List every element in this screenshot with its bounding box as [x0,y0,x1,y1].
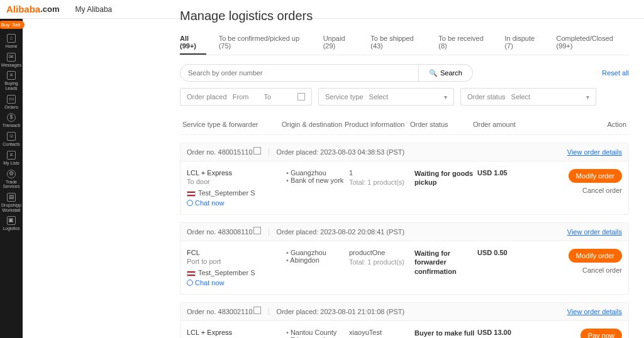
product-name: productOne [349,249,414,256]
chat-icon [187,280,193,286]
tab-confirmed[interactable]: To be confirmed/picked up (75) [219,31,311,55]
order-placed-date-filter[interactable]: Order placed From To [180,88,312,106]
order-amount: USD 13.00 [477,329,565,338]
calendar-icon [297,93,305,101]
flag-icon [187,191,196,197]
col-status: Order status [410,121,473,128]
search-input[interactable] [180,64,419,82]
order-header: Order no. 483002110 Order placed: 2023-0… [180,303,628,321]
chat-icon [187,200,193,206]
tab-received[interactable]: To be received (8) [438,31,492,55]
sidebar-item-messages[interactable]: ✉Messages [1,53,21,68]
copy-icon[interactable] [255,228,261,234]
chevron-down-icon: ▾ [444,94,447,101]
tab-shipped[interactable]: To be shipped (43) [370,31,426,55]
copy-icon[interactable] [255,148,261,155]
order-header: Order no. 480015110 Order placed: 2023-0… [180,143,628,161]
buy-sell-toggle[interactable]: Buy Sell [0,21,25,29]
order-status-filter[interactable]: Order status Select ▾ [460,88,596,106]
col-amount: Order amount [473,121,561,128]
alibaba-logo[interactable]: Alibaba.com [6,4,60,14]
primary-action-button[interactable]: Modify order [569,249,622,263]
transactions-icon: $ [7,113,16,122]
order-amount: USD 0.50 [477,249,565,286]
chat-now-link[interactable]: Chat now [187,279,286,286]
flag-icon [187,271,196,276]
order-card: Order no. 480015110 Order placed: 2023-0… [180,143,629,215]
message-icon: ✉ [7,53,16,62]
sell-label: Sell [11,22,21,28]
view-order-details-link[interactable]: View order details [567,308,622,315]
order-status: Waiting for forwarder confirmation [414,249,477,286]
view-order-details-link[interactable]: View order details [567,228,622,236]
product-total: Total: 1 product(s) [349,178,414,186]
column-headers: Service type & forwarder Origin & destin… [180,106,629,135]
orders-icon: ▭ [7,95,16,104]
tab-completed[interactable]: Completed/Closed (99+) [556,31,629,55]
order-card: Order no. 483008110 Order placed: 2023-0… [180,222,629,295]
search-icon: 🔍 [429,69,438,77]
left-sidebar: Buy Sell ⌂Home ✉Messages ≡Buying Leads ▭… [0,19,23,338]
main-content: Manage logistics orders All (99+) To be … [180,9,629,338]
order-status: Buyer to make full payment [414,329,477,338]
contacts-icon: ☺ [7,132,16,141]
secondary-action-link[interactable]: Cancel order [582,266,622,274]
sidebar-item-trade-services[interactable]: ⚙Trade Services [0,170,23,189]
col-service: Service type & forwarder [182,121,282,128]
home-icon: ⌂ [7,34,16,43]
seller-name[interactable]: Test_September S [187,269,286,276]
product-name: xiaoyuTest [349,329,414,336]
order-placed-label: Order placed: 2023-08-03 04:38:53 (PST) [277,148,405,156]
view-order-details-link[interactable]: View order details [567,148,622,156]
destination: Abingdon [286,256,349,264]
logistics-icon: ▣ [7,216,16,225]
sidebar-item-orders[interactable]: ▭Orders [4,95,18,110]
primary-action-button[interactable]: Pay now [580,329,622,338]
order-placed-label: Order placed: 2023-08-02 20:08:41 (PST) [277,228,405,236]
order-header: Order no. 483008110 Order placed: 2023-0… [180,223,628,241]
reset-all-link[interactable]: Reset all [602,69,629,77]
service-type: LCL + Express [187,169,286,177]
buy-label: Buy [1,22,9,28]
logo-suffix: .com [40,4,59,14]
origin: Nantou County [286,329,349,336]
chat-now-link[interactable]: Chat now [187,199,286,207]
primary-action-button[interactable]: Modify order [569,169,622,183]
origin: Guangzhou [286,169,349,177]
page-title: Manage logistics orders [180,9,629,23]
trade-icon: ⚙ [7,170,16,178]
copy-icon[interactable] [255,308,261,314]
service-type: LCL + Express [187,329,286,336]
secondary-action-link[interactable]: Cancel order [582,187,622,194]
my-alibaba-link[interactable]: My Alibaba [75,5,113,14]
product-total: Total: 1 product(s) [349,258,414,266]
service-sub: To door [187,178,286,185]
tab-unpaid[interactable]: Unpaid (29) [323,31,358,55]
col-origin: Origin & destination [282,121,345,128]
service-sub: Port to port [187,258,286,265]
col-action: Action [561,121,626,128]
order-status: Waiting for goods pickup [414,169,477,207]
order-no-label: Order no. 483002110 [187,308,261,315]
search-button[interactable]: 🔍Search [419,64,473,82]
product-name: 1 [349,169,414,177]
leads-icon: ≡ [7,71,16,80]
sidebar-item-my-lists[interactable]: ≡My Lists [3,151,19,166]
seller-name[interactable]: Test_September S [187,189,286,197]
service-type-filter[interactable]: Service type Select ▾ [318,88,454,106]
order-tabs: All (99+) To be confirmed/picked up (75)… [180,31,629,55]
tab-dispute[interactable]: In dispute (7) [504,31,543,55]
order-no-label: Order no. 480015110 [187,148,261,156]
origin: Guangzhou [286,249,349,256]
sidebar-item-contacts[interactable]: ☺Contacts [3,132,20,147]
col-product: Product information [345,121,410,128]
lists-icon: ≡ [7,151,16,160]
order-placed-label: Order placed: 2023-08-01 21:01:08 (PST) [277,308,405,315]
destination: Bank of new york [286,177,349,184]
sidebar-item-buying-leads[interactable]: ≡Buying Leads [0,71,23,90]
tab-all[interactable]: All (99+) [180,31,206,55]
sidebar-item-home[interactable]: ⌂Home [6,34,18,49]
sidebar-item-logistics[interactable]: ▣Logistics [3,216,19,231]
sidebar-item-dropship[interactable]: ▤Dropshipp Workstati [0,193,23,212]
sidebar-item-transactions[interactable]: $Transacti [3,113,21,128]
